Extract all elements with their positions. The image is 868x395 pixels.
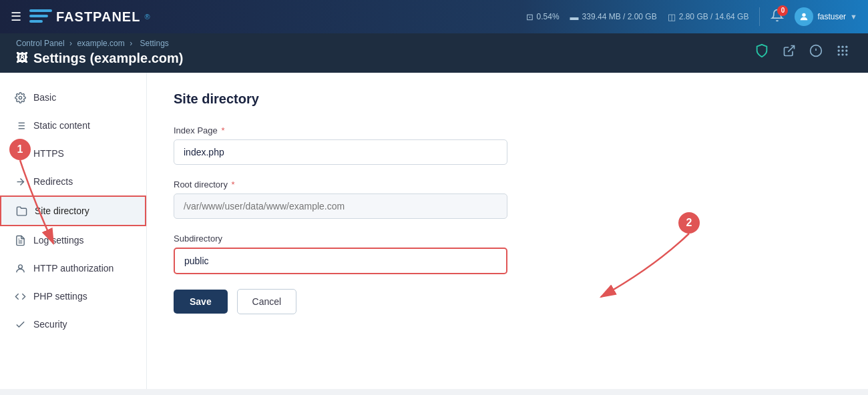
chevron-down-icon: ▼ [850, 13, 857, 21]
redirect-icon [13, 175, 27, 188]
svg-line-4 [788, 46, 794, 52]
static-content-icon [13, 119, 27, 132]
cpu-value: 0.54% [537, 12, 560, 21]
svg-point-11 [838, 49, 840, 51]
hamburger-icon[interactable]: ☰ [11, 9, 21, 24]
sidebar-item-label: Static content [33, 120, 90, 131]
cancel-button[interactable]: Cancel [237, 289, 297, 314]
svg-point-15 [841, 53, 843, 55]
username: fastuser [817, 12, 846, 21]
content-area: Site directory Index Page * Root directo… [147, 73, 868, 389]
sidebar-item-label: HTTPS [33, 148, 64, 159]
sidebar-item-basic[interactable]: Basic [0, 83, 146, 111]
external-link-button[interactable] [780, 41, 799, 63]
info-icon [809, 44, 823, 57]
svg-point-14 [838, 53, 840, 55]
disk-icon: ◫ [668, 12, 676, 22]
sidebar: Basic Static content HTTPS [0, 73, 147, 389]
breadcrumb-sep-1: › [69, 39, 74, 48]
logo-text: FASTPANEL [56, 9, 140, 25]
apps-button[interactable] [833, 41, 852, 63]
form-actions: Save Cancel [174, 289, 841, 314]
logo-icon [29, 8, 52, 25]
user-icon [799, 11, 809, 22]
sidebar-item-label: Security [33, 319, 67, 330]
log-icon [13, 234, 27, 247]
sidebar-item-static-content[interactable]: Static content [0, 111, 146, 139]
svg-point-12 [841, 49, 843, 51]
external-link-icon [783, 44, 796, 57]
shield-icon [754, 43, 769, 58]
php-icon [13, 290, 27, 303]
sidebar-item-http-authorization[interactable]: HTTP authorization [0, 254, 146, 282]
svg-point-16 [845, 53, 847, 55]
svg-rect-1 [29, 15, 48, 17]
content-title: Site directory [174, 91, 841, 107]
svg-rect-0 [29, 9, 52, 12]
subdirectory-input[interactable] [174, 248, 507, 274]
sidebar-item-redirects[interactable]: Redirects [0, 167, 146, 195]
svg-point-9 [841, 46, 843, 48]
breadcrumb-control-panel[interactable]: Control Panel [16, 39, 65, 48]
info-button[interactable] [807, 41, 825, 63]
logo: FASTPANEL ® [29, 8, 150, 25]
page-title-icon: 🖼 [16, 51, 28, 65]
subheader-left: Control Panel › example.com › Settings 🖼… [16, 39, 184, 66]
navbar-right: ⊡ 0.54% ▬ 339.44 MB / 2.00 GB ◫ 2.80 GB … [526, 7, 857, 26]
root-directory-group: Root directory * [174, 179, 841, 219]
logo-trademark: ® [144, 13, 150, 21]
sidebar-item-https[interactable]: HTTPS [0, 139, 146, 167]
required-marker: * [221, 125, 224, 135]
page-title: 🖼 Settings (example.com) [16, 51, 184, 66]
cpu-icon: ⊡ [526, 12, 533, 22]
disk-stat: ◫ 2.80 GB / 14.64 GB [668, 12, 749, 22]
page-title-text: Settings (example.com) [33, 51, 184, 66]
navbar: ☰ FASTPANEL ® ⊡ 0.54% ▬ 339.44 MB / 2.00… [0, 0, 868, 33]
save-button[interactable]: Save [174, 290, 228, 314]
sidebar-item-security[interactable]: Security [0, 310, 146, 338]
ram-icon: ▬ [570, 12, 579, 22]
breadcrumb-sep-2: › [130, 39, 134, 48]
sidebar-item-label: Site directory [35, 206, 89, 216]
svg-point-13 [845, 49, 847, 51]
breadcrumb-current: Settings [140, 39, 168, 48]
subheader-actions [752, 41, 852, 64]
sidebar-item-site-directory[interactable]: Site directory [0, 195, 146, 226]
subdirectory-label: Subdirectory [174, 234, 841, 244]
sidebar-item-label: HTTP authorization [33, 263, 114, 274]
subheader: Control Panel › example.com › Settings 🖼… [0, 33, 868, 73]
user-menu[interactable]: fastuser ▼ [795, 7, 857, 26]
sidebar-item-label: Redirects [33, 176, 73, 187]
index-page-input[interactable] [174, 139, 507, 165]
sidebar-item-php-settings[interactable]: PHP settings [0, 282, 146, 310]
user-auth-icon [13, 262, 27, 275]
index-page-group: Index Page * [174, 125, 841, 165]
lock-icon [13, 147, 27, 160]
check-icon [13, 318, 27, 331]
breadcrumb: Control Panel › example.com › Settings [16, 39, 184, 48]
root-directory-input [174, 193, 507, 219]
index-page-label: Index Page * [174, 125, 841, 135]
notification-button[interactable]: 0 [771, 9, 784, 25]
nav-divider [759, 7, 760, 26]
ssl-button[interactable] [752, 41, 772, 64]
svg-point-8 [838, 46, 840, 48]
ram-stat: ▬ 339.44 MB / 2.00 GB [570, 12, 657, 22]
navbar-left: ☰ FASTPANEL ® [11, 8, 150, 25]
disk-value: 2.80 GB / 14.64 GB [679, 12, 749, 21]
svg-point-10 [845, 46, 847, 48]
breadcrumb-domain[interactable]: example.com [77, 39, 124, 48]
sidebar-item-log-settings[interactable]: Log settings [0, 226, 146, 254]
main-container: Basic Static content HTTPS [0, 73, 868, 389]
cpu-stat: ⊡ 0.54% [526, 12, 560, 22]
sidebar-item-label: Basic [33, 92, 56, 103]
svg-rect-2 [29, 20, 43, 23]
sidebar-item-label: Log settings [33, 235, 84, 246]
avatar [795, 7, 813, 26]
required-marker: * [232, 179, 235, 189]
notification-badge: 0 [777, 5, 788, 16]
svg-point-28 [18, 264, 22, 268]
svg-rect-24 [16, 153, 25, 158]
svg-point-3 [803, 13, 806, 17]
page-wrapper: ☰ FASTPANEL ® ⊡ 0.54% ▬ 339.44 MB / 2.00… [0, 0, 868, 395]
